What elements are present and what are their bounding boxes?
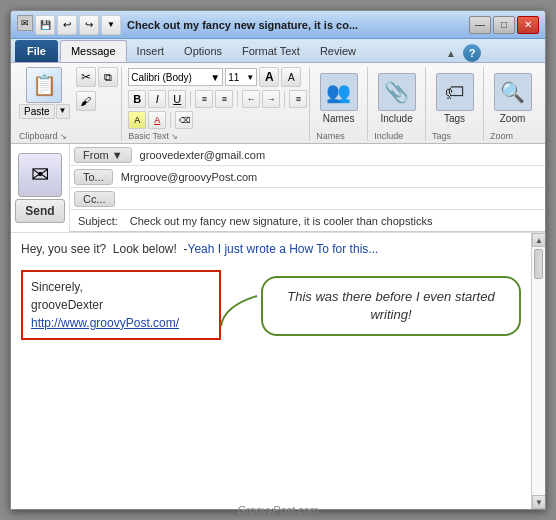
zoom-label: Zoom — [490, 129, 535, 141]
separator3 — [284, 91, 285, 107]
basic-text-label: Basic Text ↘ — [128, 129, 303, 141]
bullets-button[interactable]: ≡ — [195, 90, 213, 108]
save-icon[interactable]: 💾 — [35, 15, 55, 35]
cc-row: Cc... — [70, 188, 545, 210]
separator4 — [170, 112, 171, 128]
subject-value[interactable]: Check out my fancy new signature, it is … — [126, 213, 545, 229]
signature-and-callout: Sincerely, grooveDexter http://www.groov… — [21, 266, 521, 340]
from-value: groovedexter@gmail.com — [136, 147, 545, 163]
paste-icon: 📋 — [26, 67, 62, 103]
close-button[interactable]: ✕ — [517, 16, 539, 34]
tab-review[interactable]: Review — [310, 40, 366, 62]
window-title: Check out my fancy new signature, it is … — [127, 19, 469, 31]
increase-font-size-button[interactable]: A — [259, 67, 279, 87]
align-button[interactable]: ≡ — [289, 90, 307, 108]
signature-line1: Sincerely, — [31, 278, 211, 296]
collapse-ribbon-icon[interactable]: ▲ — [443, 45, 459, 61]
scrollbar: ▲ ▼ — [531, 233, 545, 509]
email-fields: From ▼ groovedexter@gmail.com To... Mrgr… — [70, 144, 545, 232]
names-icon: 👥 — [320, 73, 358, 111]
callout-wrapper: This was there before I even started wri… — [261, 276, 521, 336]
tab-insert[interactable]: Insert — [127, 40, 175, 62]
include-content: 📎 Include — [374, 67, 419, 129]
tab-message[interactable]: Message — [60, 40, 127, 62]
signature-line3: http://www.groovyPost.com/ — [31, 314, 211, 332]
to-value: Mrgroove@groovyPost.com — [117, 169, 545, 185]
tags-button[interactable]: 🏷 Tags — [432, 71, 477, 126]
help-button[interactable]: ? — [463, 44, 481, 62]
callout-tail-svg — [219, 291, 259, 331]
numbering-button[interactable]: ≡ — [215, 90, 233, 108]
include-label: Include — [374, 129, 419, 141]
callout-bubble: This was there before I even started wri… — [261, 276, 521, 336]
highlight-button[interactable]: A — [128, 111, 146, 129]
from-row: From ▼ groovedexter@gmail.com — [70, 144, 545, 166]
maximize-button[interactable]: □ — [493, 16, 515, 34]
copy-icon[interactable]: ⧉ — [98, 67, 118, 87]
email-body[interactable]: Hey, you see it? Look below! -Yeah I jus… — [11, 233, 531, 509]
watermark: GroovyPost.com — [237, 504, 318, 516]
basic-text-group: Calibri (Body) ▼ 11 ▼ A A B I U ≡ — [124, 67, 310, 141]
to-row: To... Mrgroove@groovyPost.com — [70, 166, 545, 188]
clipboard-expand[interactable]: ↘ — [60, 132, 67, 141]
font-size-selector[interactable]: 11 ▼ — [225, 68, 257, 86]
scroll-track[interactable] — [532, 247, 545, 495]
signature-box: Sincerely, grooveDexter http://www.groov… — [21, 270, 221, 340]
window-controls: — □ ✕ — [469, 16, 539, 34]
minimize-button[interactable]: — — [469, 16, 491, 34]
paste-dropdown[interactable]: ▼ — [56, 104, 70, 119]
names-group: 👥 Names Names — [312, 67, 368, 141]
names-button[interactable]: 👥 Names — [316, 71, 361, 126]
format-painter-icon[interactable]: 🖌 — [76, 91, 96, 111]
body-wrapper: Hey, you see it? Look below! -Yeah I jus… — [11, 233, 545, 509]
paste-button[interactable]: Paste — [19, 104, 55, 119]
compose-area: ✉ Send From ▼ groovedexter@gmail.com To.… — [11, 144, 545, 509]
undo-icon[interactable]: ↩ — [57, 15, 77, 35]
send-btn-wrap: ✉ Send — [15, 153, 65, 223]
include-group: 📎 Include Include — [370, 67, 426, 141]
title-bar: ✉ 💾 ↩ ↪ ▼ Check out my fancy new signatu… — [11, 11, 545, 39]
from-button[interactable]: From ▼ — [74, 147, 132, 163]
dropdown-icon[interactable]: ▼ — [101, 15, 121, 35]
bold-button[interactable]: B — [128, 90, 146, 108]
header-section: ✉ Send From ▼ groovedexter@gmail.com To.… — [11, 144, 545, 233]
tags-icon: 🏷 — [436, 73, 474, 111]
clear-formatting-button[interactable]: ⌫ — [175, 111, 193, 129]
cut-icon[interactable]: ✂ — [76, 67, 96, 87]
tab-format-text[interactable]: Format Text — [232, 40, 310, 62]
italic-button[interactable]: I — [148, 90, 166, 108]
clipboard-content: 📋 Paste ▼ ✂ ⧉ 🖌 — [19, 67, 115, 129]
names-content: 👥 Names — [316, 67, 361, 129]
clipboard-label: Clipboard ↘ — [19, 129, 115, 141]
to-button[interactable]: To... — [74, 169, 113, 185]
names-label: Names — [316, 129, 361, 141]
include-button[interactable]: 📎 Include — [374, 71, 419, 126]
tab-file[interactable]: File — [15, 40, 58, 62]
font-name-selector[interactable]: Calibri (Body) ▼ — [128, 68, 223, 86]
send-icon[interactable]: ✉ — [18, 153, 62, 197]
scroll-thumb[interactable] — [534, 249, 543, 279]
decrease-font-size-button[interactable]: A — [281, 67, 301, 87]
increase-indent-button[interactable]: → — [262, 90, 280, 108]
redo-icon[interactable]: ↪ — [79, 15, 99, 35]
include-icon: 📎 — [378, 73, 416, 111]
zoom-button[interactable]: 🔍 Zoom — [490, 71, 535, 126]
basic-text-content: Calibri (Body) ▼ 11 ▼ A A B I U ≡ — [128, 67, 303, 129]
separator2 — [237, 91, 238, 107]
scroll-up-arrow[interactable]: ▲ — [532, 233, 546, 247]
decrease-indent-button[interactable]: ← — [242, 90, 260, 108]
send-button[interactable]: Send — [15, 199, 65, 223]
tags-content: 🏷 Tags — [432, 67, 477, 129]
tags-label: Tags — [432, 129, 477, 141]
tab-options[interactable]: Options — [174, 40, 232, 62]
scroll-down-arrow[interactable]: ▼ — [532, 495, 546, 509]
font-color-button[interactable]: A — [148, 111, 166, 129]
tags-group: 🏷 Tags Tags — [428, 67, 484, 141]
zoom-group: 🔍 Zoom Zoom — [486, 67, 541, 141]
cc-button[interactable]: Cc... — [74, 191, 115, 207]
app-icon: ✉ — [17, 15, 33, 31]
clipboard-group: 📋 Paste ▼ ✂ ⧉ 🖌 — [15, 67, 122, 141]
subject-row: Subject: Check out my fancy new signatur… — [70, 210, 545, 232]
basic-text-expand[interactable]: ↘ — [171, 132, 178, 141]
underline-button[interactable]: U — [168, 90, 186, 108]
